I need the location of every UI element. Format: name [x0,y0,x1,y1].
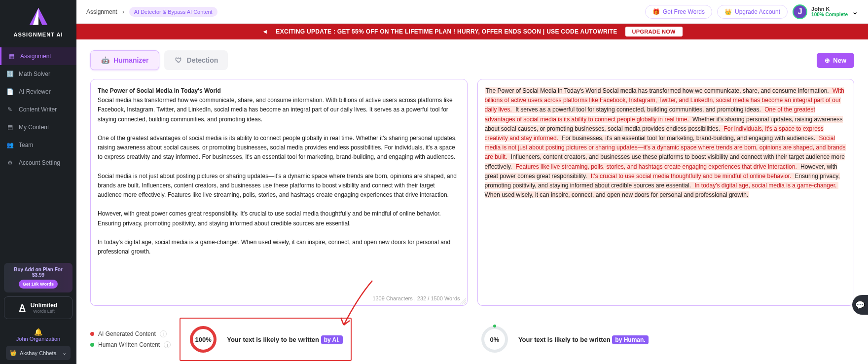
crown-icon: 👑 [10,350,17,356]
info-icon[interactable]: i [164,341,171,348]
by-ai-badge: by AI. [321,335,343,344]
results-row: AI Generated Content i Human Written Con… [90,318,854,361]
upgrade-account-button[interactable]: 👑 Upgrade Account [717,5,788,19]
user-chip-name: Akshay Chheta [20,350,57,356]
user-chip[interactable]: 👑 Akshay Chheta ⌄ [6,346,71,360]
tab-detection[interactable]: 🛡 Detection [164,50,228,70]
bell-icon: 🔔 [4,328,72,336]
new-button[interactable]: ⊕ New [817,53,854,68]
tabs: 🤖 Humanizer 🛡 Detection [90,50,228,70]
nav-list: ▦ Assignment 🔢 Math Solver 📄 AI Reviewer… [0,44,76,259]
sidebar-item-account-setting[interactable]: ⚙ Account Setting [0,154,76,172]
output-text: The Power of Social Media in Today's Wor… [485,86,847,200]
ai-verdict: Your text is likely to be written by AI. [227,336,343,343]
org-name: John Organization [4,336,72,342]
main: Assignment › AI Detector & Bypass AI Con… [76,0,868,364]
sidebar-item-assignment[interactable]: ▦ Assignment [0,47,76,65]
legend-list: AI Generated Content i Human Written Con… [90,330,171,348]
legend-human: Human Written Content i [90,341,171,348]
legend-ai: AI Generated Content i [90,330,171,337]
panels: The Power of Social Media in Today's Wor… [90,79,854,306]
dot-red-icon [90,332,94,336]
unlimited-sub: Words Left [31,309,58,314]
gift-icon: 🎁 [652,8,660,15]
unlimited-card: A Unlimited Words Left [4,296,72,319]
by-human-badge: by Human. [612,335,648,344]
chat-fab[interactable]: 💬 [852,295,868,315]
chevron-down-icon: ⌄ [852,7,858,16]
gear-icon: ⚙ [6,159,14,167]
input-text[interactable]: The Power of Social Media in Today's Wor… [98,86,460,256]
sidebar-bottom: Buy Add on Plan For $3.99 Get 10k Words … [0,259,76,364]
input-panel[interactable]: The Power of Social Media in Today's Wor… [90,79,468,306]
sidebar-item-team[interactable]: 👥 Team [0,136,76,154]
upgrade-now-button[interactable]: UPGRADE NOW [625,27,683,36]
content-area: 🤖 Humanizer 🛡 Detection ⊕ New The Power … [76,39,868,364]
ai-percentage-ring: 100% [188,325,218,354]
crown-icon: 👑 [724,8,732,15]
resize-handle-icon[interactable] [460,298,466,304]
addon-button[interactable]: Get 10k Words [19,280,58,289]
pen-icon: ✎ [6,106,14,113]
sidebar: ASSIGNMENT AI ▦ Assignment 🔢 Math Solver… [0,0,76,364]
human-verdict: Your text is likely to be written by Hum… [518,336,649,343]
folder-icon: ▤ [6,123,14,131]
tabs-row: 🤖 Humanizer 🛡 Detection ⊕ New [90,50,854,70]
top-actions: 🎁 Get Free Words 👑 Upgrade Account J Joh… [645,4,858,19]
character-counter: 1309 Characters , 232 / 1500 Words [372,295,460,301]
organization-block[interactable]: 🔔 John Organization [4,324,72,342]
breadcrumb-root[interactable]: Assignment [86,8,117,15]
avatar: J [793,4,807,19]
sidebar-item-label: Assignment [20,53,51,60]
legend-col: AI Generated Content i Human Written Con… [90,318,352,361]
breadcrumb-current: AI Detector & Bypass AI Content [129,7,217,17]
sidebar-item-label: Account Setting [19,159,60,166]
sidebar-item-content-writer[interactable]: ✎ Content Writer [0,101,76,118]
unlimited-title: Unlimited [31,302,58,309]
info-icon[interactable]: i [160,330,167,337]
dot-green-icon [90,343,94,347]
human-result-col: 0% Your text is likely to be written by … [480,325,649,354]
banner-text: EXCITING UPDATE : GET 55% OFF ON THE LIF… [276,28,617,35]
logo-icon [25,7,52,28]
chat-icon: 💬 [855,300,865,310]
shield-icon: 🛡 [174,56,183,65]
breadcrumb: Assignment › AI Detector & Bypass AI Con… [86,7,217,17]
chevron-down-icon: ⌄ [62,350,67,356]
user-complete: 100% Complete [811,12,848,17]
human-percentage-ring: 0% [480,325,509,354]
addon-title: Buy Add on Plan For $3.99 [8,267,69,278]
sidebar-item-label: AI Reviewer [19,88,51,95]
chevron-right-icon: › [122,8,124,15]
topbar: Assignment › AI Detector & Bypass AI Con… [76,0,868,24]
brand-logo: ASSIGNMENT AI [0,0,76,44]
calculator-icon: 🔢 [6,70,14,78]
sidebar-item-label: Team [19,142,33,148]
sidebar-item-label: My Content [19,124,49,131]
addon-card[interactable]: Buy Add on Plan For $3.99 Get 10k Words [4,263,72,292]
arrow-left-icon: ◄ [262,28,268,35]
team-icon: 👥 [6,141,14,149]
sidebar-item-ai-reviewer[interactable]: 📄 AI Reviewer [0,83,76,101]
sidebar-item-my-content[interactable]: ▤ My Content [0,118,76,136]
grid-icon: ▦ [7,52,15,60]
plus-icon: ⊕ [825,57,830,64]
user-menu[interactable]: J John K 100% Complete ⌄ [793,4,858,19]
sidebar-item-label: Math Solver [19,71,50,77]
promo-banner: ◄ EXCITING UPDATE : GET 55% OFF ON THE L… [76,24,868,39]
user-name: John K [811,6,848,12]
get-free-words-button[interactable]: 🎁 Get Free Words [645,5,712,19]
sidebar-item-math-solver[interactable]: 🔢 Math Solver [0,65,76,83]
tab-humanizer[interactable]: 🤖 Humanizer [90,50,159,70]
sidebar-item-label: Content Writer [19,106,57,113]
brand-name: ASSIGNMENT AI [0,32,76,37]
document-icon: 📄 [6,88,14,96]
ai-result-highlight-box: 100% Your text is likely to be written b… [180,318,352,361]
font-icon: A [19,303,26,313]
output-panel: The Power of Social Media in Today's Wor… [477,79,855,306]
robot-icon: 🤖 [101,56,109,65]
